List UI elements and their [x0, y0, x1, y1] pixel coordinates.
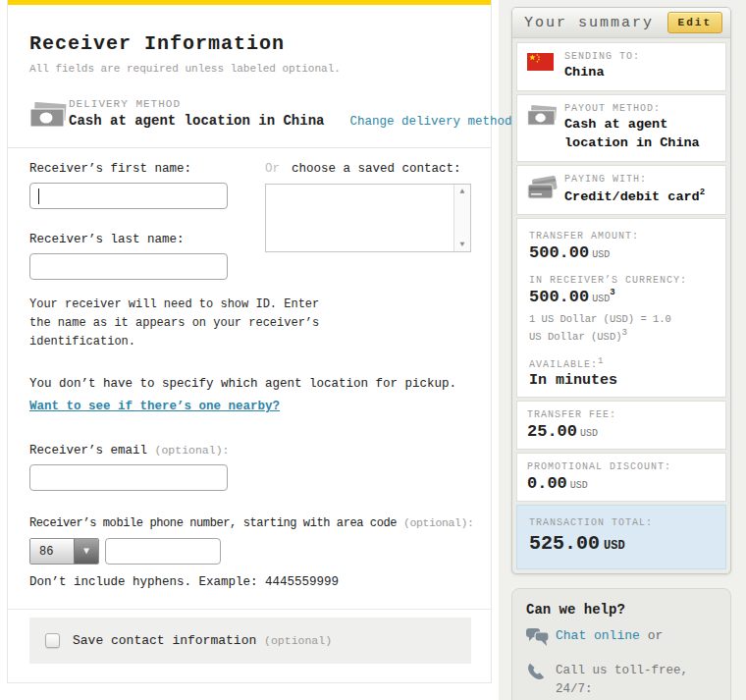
transfer-fee-label: TRANSFER FEE:: [527, 409, 716, 420]
available-value: In minutes: [529, 372, 716, 389]
phone-optional-tag: (optional):: [403, 516, 474, 529]
first-name-input[interactable]: [29, 183, 228, 209]
help-title: Can we help?: [526, 602, 717, 618]
footnote-1: 1: [598, 356, 604, 366]
banknote-icon: [29, 116, 69, 134]
phone-format-note: Don’t include hyphens. Example: 44455599…: [29, 575, 471, 589]
promotional-discount-value: 0.00USD: [527, 474, 716, 493]
payout-method-value: Cash at agent location in China: [564, 116, 716, 153]
email-label: Receiver’s email (optional):: [29, 444, 471, 458]
delivery-method-section: DELIVERY METHOD Cash at agent location i…: [29, 98, 471, 134]
scroll-up-icon[interactable]: ▲: [460, 188, 465, 195]
transaction-total-card: TRANSACTION TOTAL: 525.00USD: [516, 505, 726, 569]
save-contact-section: Save contact information (optional): [29, 618, 471, 664]
transfer-amount-value: 500.00USD: [529, 243, 716, 262]
receiver-currency-value: 500.00USD3: [529, 288, 716, 306]
exchange-rate-note: 1 US Dollar (USD) = 1.0 US Dollar (USD)3: [529, 312, 716, 344]
currency-unit: USD: [592, 294, 610, 304]
promotional-discount-label: PROMOTIONAL DISCOUNT:: [527, 461, 716, 472]
currency-unit: USD: [592, 249, 610, 260]
section-divider: [8, 609, 491, 610]
save-contact-optional-tag: (optional): [264, 634, 332, 647]
saved-contact-label: Orchoose a saved contact:: [265, 162, 471, 176]
currency-unit: USD: [604, 539, 625, 553]
paying-with-value: Credit/debit card2: [564, 187, 705, 206]
footnote-2: 2: [700, 188, 705, 197]
last-name-input[interactable]: [29, 253, 228, 280]
transfer-fee-card: TRANSFER FEE: 25.00USD: [516, 401, 726, 450]
section-divider: [8, 147, 491, 148]
paying-with-label: PAYING WITH:: [564, 174, 705, 185]
help-box: Can we help? Chat online or: [511, 588, 731, 700]
call-info: Call us toll-free, 24/7: 1-877-989-3268: [556, 662, 717, 700]
saved-contact-listbox[interactable]: ▲ ▼: [265, 184, 471, 252]
chat-line: Chat online or: [556, 627, 663, 652]
first-name-label: Receiver’s first name:: [29, 162, 265, 176]
page-title: Receiver Information: [29, 32, 471, 55]
change-delivery-method-link[interactable]: Change delivery method: [349, 115, 511, 129]
transfer-fee-value: 25.00USD: [527, 422, 716, 441]
agent-location-note: You don’t have to specify which agent lo…: [29, 377, 471, 391]
or-text: Or: [265, 162, 280, 176]
currency-unit: USD: [570, 480, 588, 491]
footnote-3: 3: [622, 328, 627, 338]
currency-unit: USD: [580, 428, 598, 439]
accent-top-bar: [8, 0, 491, 5]
text-caret: [38, 188, 39, 204]
scroll-down-icon[interactable]: ▼: [460, 241, 465, 248]
phone-input[interactable]: [105, 538, 221, 565]
save-contact-checkbox[interactable]: [45, 633, 60, 648]
chat-bubbles-icon: [526, 634, 550, 652]
receiver-currency-label: IN RECEIVER’S CURRENCY:: [529, 275, 716, 286]
transfer-amount-label: TRANSFER AMOUNT:: [529, 231, 716, 242]
edit-summary-button[interactable]: Edit: [667, 12, 722, 33]
china-flag-icon: [527, 58, 554, 76]
payout-method-row: PAYOUT METHOD: Cash at agent location in…: [516, 94, 726, 162]
phone-label: Receiver’s mobile phone number, starting…: [29, 516, 471, 530]
paying-with-row: PAYING WITH: Credit/debit card2: [516, 165, 726, 215]
country-code-select[interactable]: 86 ▼: [29, 538, 99, 565]
summary-sidebar: Your summary Edit: [511, 7, 731, 700]
footnote-3: 3: [610, 288, 614, 297]
delivery-method-label: DELIVERY METHOD: [69, 98, 511, 110]
email-optional-tag: (optional):: [155, 444, 230, 457]
banknote-icon: [527, 114, 559, 132]
amounts-card: TRANSFER AMOUNT: 500.00USD IN RECEIVER’S…: [516, 218, 726, 398]
summary-header: Your summary Edit: [512, 8, 730, 38]
chevron-down-icon[interactable]: ▼: [74, 539, 98, 564]
promotional-discount-card: PROMOTIONAL DISCOUNT: 0.00USD: [516, 453, 726, 502]
available-label: AVAILABLE:1: [529, 356, 716, 370]
sending-to-row: SENDING TO: China: [516, 42, 726, 91]
phone-icon: [526, 669, 545, 686]
country-code-value[interactable]: 86: [30, 539, 74, 564]
email-input[interactable]: [29, 464, 228, 491]
id-requirement-note: Your receiver will need to show ID. Ente…: [29, 296, 334, 351]
page: Receiver Information All fields are requ…: [0, 0, 746, 700]
sending-to-value: China: [564, 64, 640, 82]
receiver-information-panel: Receiver Information All fields are requ…: [7, 0, 492, 683]
credit-cards-icon: [527, 187, 559, 204]
save-contact-label: Save contact information (optional): [73, 633, 332, 648]
summary-box: Your summary Edit: [511, 7, 731, 574]
payout-method-label: PAYOUT METHOD:: [564, 103, 716, 114]
delivery-method-value: Cash at agent location in China: [69, 113, 324, 129]
last-name-label: Receiver’s last name:: [29, 233, 265, 246]
agent-nearby-link[interactable]: Want to see if there’s one nearby?: [29, 400, 280, 413]
required-fields-note: All fields are required unless labeled o…: [29, 63, 471, 75]
listbox-scrollbar[interactable]: ▲ ▼: [453, 185, 470, 251]
sending-to-label: SENDING TO:: [564, 51, 640, 62]
chat-online-link[interactable]: Chat online: [556, 628, 640, 643]
transaction-total-value: 525.00USD: [529, 532, 716, 555]
summary-title: Your summary: [524, 15, 654, 31]
transaction-total-label: TRANSACTION TOTAL:: [529, 517, 716, 528]
